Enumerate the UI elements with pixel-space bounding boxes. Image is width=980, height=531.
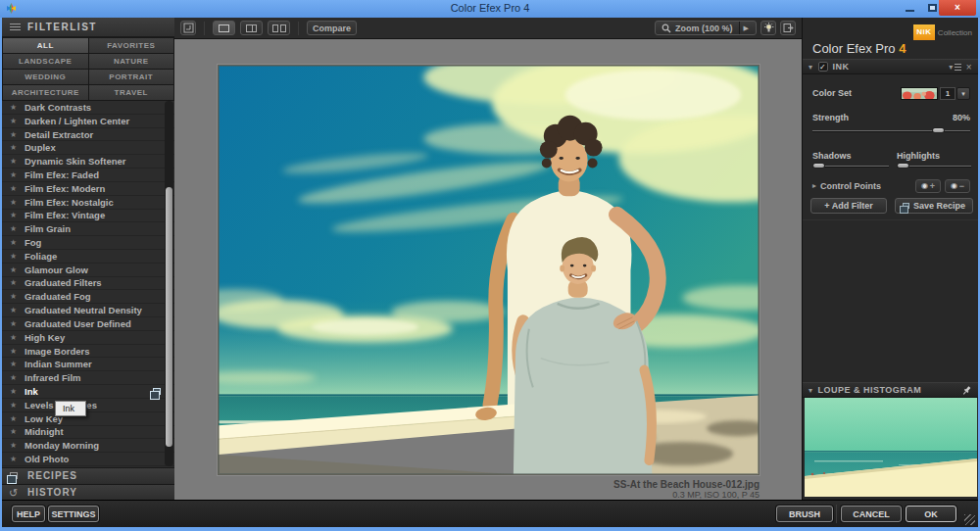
filter-item[interactable]: ★Foliage	[2, 250, 174, 264]
star-icon[interactable]: ★	[10, 347, 19, 356]
strength-slider[interactable]	[812, 127, 970, 135]
background-color-button[interactable]	[760, 21, 776, 35]
color-set-swatch[interactable]	[901, 87, 938, 100]
preset-menu-icon[interactable]: ▾	[949, 63, 961, 72]
split-view-button[interactable]	[240, 21, 263, 35]
filter-item[interactable]: ★Dark Contrasts	[2, 101, 174, 115]
highlights-slider[interactable]	[897, 163, 971, 170]
shadows-slider[interactable]	[812, 163, 889, 170]
zoom-menu-arrow[interactable]: ▶	[739, 22, 753, 34]
add-control-point-button[interactable]: ◉+	[915, 179, 941, 193]
star-icon[interactable]: ★	[10, 387, 19, 396]
filter-item[interactable]: ★Detail Extractor	[2, 128, 174, 142]
brush-button[interactable]: BRUSH	[776, 506, 833, 522]
filterlist-header[interactable]: FILTERLIST	[2, 18, 174, 37]
star-icon[interactable]: ★	[10, 373, 19, 382]
settings-button[interactable]: SETTINGS	[48, 506, 99, 522]
filter-item[interactable]: ★Film Efex: Modern	[2, 182, 174, 196]
star-icon[interactable]: ★	[10, 266, 19, 274]
filter-item[interactable]: ★Infrared Film	[2, 371, 174, 385]
minimize-button[interactable]	[900, 0, 921, 16]
cancel-button[interactable]: CANCEL	[841, 506, 902, 522]
filter-item[interactable]: ★Fog	[2, 236, 174, 250]
star-icon[interactable]: ★	[10, 360, 19, 368]
save-recipe-button[interactable]: Save Recipe	[895, 198, 973, 214]
ink-module-header[interactable]: ▾ ✓ INK ▾ ×	[803, 59, 978, 74]
category-portrait[interactable]: PORTRAIT	[89, 70, 174, 84]
category-nature[interactable]: NATURE	[89, 54, 174, 69]
star-icon[interactable]: ★	[10, 319, 19, 328]
star-icon[interactable]: ★	[10, 401, 19, 410]
collapse-caret-icon[interactable]: ▾	[808, 63, 813, 72]
ok-button[interactable]: OK	[906, 506, 956, 522]
filter-item[interactable]: ★Film Efex: Vintage	[2, 210, 174, 223]
category-wedding[interactable]: WEDDING	[3, 70, 88, 84]
filter-item[interactable]: ★Graduated Neutral Density	[2, 304, 174, 317]
photo-preview[interactable]	[218, 65, 760, 475]
star-icon[interactable]: ★	[10, 333, 19, 342]
pin-icon[interactable]	[961, 385, 972, 396]
scrollbar-thumb[interactable]	[166, 187, 172, 447]
filter-item[interactable]: ★Graduated Filters	[2, 277, 174, 291]
slider-handle[interactable]	[897, 163, 909, 169]
star-icon[interactable]: ★	[10, 455, 19, 463]
filter-item[interactable]: ★Midnight	[2, 426, 174, 440]
expand-caret-icon[interactable]: ▸	[812, 181, 816, 190]
category-favorites[interactable]: FAVORITES	[89, 38, 174, 53]
star-icon[interactable]: ★	[10, 427, 19, 436]
filter-item[interactable]: ★Graduated User Defined	[2, 317, 174, 331]
category-travel[interactable]: TRAVEL	[89, 85, 174, 100]
loupe-header[interactable]: ▾ LOUPE & HISTOGRAM	[803, 382, 978, 398]
slider-handle[interactable]	[812, 163, 825, 169]
filter-item[interactable]: ★Image Borders	[2, 345, 174, 359]
filter-item[interactable]: ★Indian Summer	[2, 358, 174, 371]
resize-grip[interactable]	[964, 514, 975, 525]
star-icon[interactable]: ★	[10, 184, 19, 193]
filter-item[interactable]: ★Glamour Glow	[2, 264, 174, 277]
star-icon[interactable]: ★	[10, 306, 19, 314]
star-icon[interactable]: ★	[10, 211, 19, 219]
slider-handle[interactable]	[932, 127, 945, 133]
filter-item[interactable]: ★Low Key	[2, 412, 174, 426]
star-icon[interactable]: ★	[10, 278, 19, 287]
filter-item[interactable]: ★Film Efex: Nostalgic	[2, 196, 174, 210]
filter-item[interactable]: ★High Key	[2, 331, 174, 345]
filter-item[interactable]: ★Monday Morning	[2, 439, 174, 453]
color-set-dropdown[interactable]: ▾	[956, 87, 970, 100]
help-button[interactable]: HELP	[12, 506, 45, 522]
category-landscape[interactable]: LANDSCAPE	[3, 54, 88, 69]
recipes-section-header[interactable]: RECIPES	[2, 467, 174, 483]
star-icon[interactable]: ★	[10, 292, 19, 301]
preview-mode-button[interactable]	[180, 21, 196, 35]
filter-item[interactable]: ★Dynamic Skin Softener	[2, 155, 174, 169]
single-view-button[interactable]	[213, 21, 235, 35]
star-icon[interactable]: ★	[10, 130, 19, 139]
remove-filter-icon[interactable]: ×	[966, 62, 972, 72]
filter-item[interactable]: ★Levels & Curves	[2, 399, 174, 412]
filter-item[interactable]: ★Graduated Fog	[2, 290, 174, 304]
add-filter-button[interactable]: + Add Filter	[810, 198, 887, 214]
side-by-side-view-button[interactable]	[268, 21, 290, 35]
star-icon[interactable]: ★	[10, 117, 19, 125]
filter-item[interactable]: ★Film Grain	[2, 222, 174, 236]
filter-item[interactable]: ★Old Photo	[2, 453, 174, 466]
star-icon[interactable]: ★	[10, 238, 19, 247]
compare-button[interactable]: Compare	[307, 21, 357, 35]
category-architecture[interactable]: ARCHITECTURE	[3, 85, 88, 100]
star-icon[interactable]: ★	[10, 441, 19, 450]
category-all[interactable]: ALL	[3, 38, 88, 53]
filter-item[interactable]: ★Darken / Lighten Center	[2, 115, 174, 128]
variations-icon[interactable]	[153, 388, 161, 395]
star-icon[interactable]: ★	[10, 224, 19, 233]
filter-enabled-checkbox[interactable]: ✓	[818, 62, 828, 72]
star-icon[interactable]: ★	[10, 198, 19, 207]
star-icon[interactable]: ★	[10, 103, 19, 112]
star-icon[interactable]: ★	[10, 414, 19, 423]
remove-control-point-button[interactable]: ◉−	[945, 179, 970, 193]
hide-panels-button[interactable]	[780, 21, 796, 35]
loupe-preview[interactable]	[805, 398, 977, 497]
filter-item[interactable]: ★Film Efex: Faded	[2, 169, 174, 182]
star-icon[interactable]: ★	[10, 252, 19, 261]
zoom-control[interactable]: Zoom (100 %) ▶	[655, 21, 757, 35]
filter-item-ink-selected[interactable]: ★Ink	[2, 385, 174, 399]
